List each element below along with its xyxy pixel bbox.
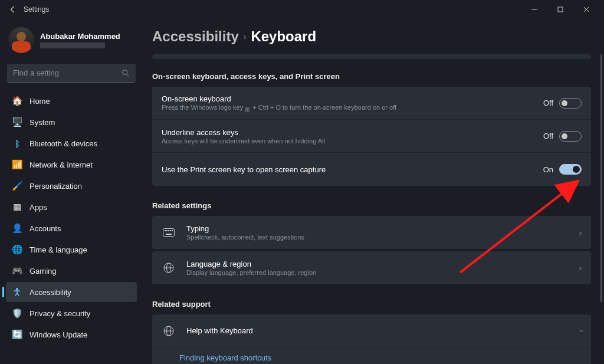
bluetooth-icon: ᛒ [12,138,22,149]
help-link[interactable]: Finding keyboard shortcuts [152,347,591,364]
search-box[interactable] [7,64,136,83]
nav-label: Network & internet [29,160,93,169]
nav-label: Windows Update [29,330,87,339]
print-screen-row: Use the Print screen key to open screen … [152,153,591,186]
sidebar-item-accounts[interactable]: 👤Accounts [6,218,137,238]
onscreen-keyboard-row: On-screen keyboard Press the Windows log… [152,87,591,120]
person-icon: 👤 [12,223,22,234]
svg-rect-10 [172,230,173,231]
scroll-cutoff-stub [152,54,591,59]
minimize-button[interactable] [521,1,547,18]
sidebar-item-privacy[interactable]: 🛡️Privacy & security [6,303,137,323]
svg-rect-6 [165,230,166,231]
svg-rect-9 [170,230,171,231]
brush-icon: 🖌️ [12,181,22,191]
search-input[interactable] [13,68,122,77]
close-button[interactable] [573,1,599,18]
nav-label: Bluetooth & devices [29,139,97,148]
section-header: Related settings [152,201,591,210]
help-keyboard-row[interactable]: Help with Keyboard › [152,314,591,347]
sidebar: Abubakar Mohammed 🏠Home 🖥️System ᛒBlueto… [0,19,142,364]
sidebar-item-bluetooth[interactable]: ᛒBluetooth & devices [6,133,137,153]
shield-icon: 🛡️ [12,308,22,319]
globe-icon: 🌐 [12,244,22,255]
sidebar-item-network[interactable]: 📶Network & internet [6,155,137,175]
user-block[interactable]: Abubakar Mohammed [6,24,137,61]
breadcrumb: Accessibility › Keyboard [152,28,591,45]
help-card: Help with Keyboard › Finding keyboard sh… [152,314,591,364]
sidebar-item-time[interactable]: 🌐Time & language [6,240,137,260]
maximize-button[interactable] [547,1,573,18]
svg-point-4 [16,288,18,290]
nav-label: Gaming [29,267,57,276]
svg-point-2 [123,70,127,74]
row-title: Help with Keyboard [186,326,576,335]
sidebar-item-system[interactable]: 🖥️System [6,112,137,132]
chevron-right-icon: › [579,228,582,237]
search-icon [122,69,130,77]
scrollbar[interactable] [600,54,602,302]
row-title: Typing [186,224,576,233]
toggle-state: Off [543,99,553,107]
nav-label: Accessibility [29,288,71,297]
nav-label: System [29,118,55,127]
onscreen-keyboard-toggle[interactable] [559,98,582,109]
nav-label: Accounts [29,224,61,233]
accessibility-icon [12,287,22,297]
back-button[interactable] [5,1,21,18]
sidebar-item-apps[interactable]: ▦Apps [6,197,137,217]
system-icon: 🖥️ [12,117,22,127]
nav-label: Time & language [29,245,87,254]
underline-keys-toggle[interactable] [559,131,582,142]
typing-card[interactable]: Typing Spellcheck, autocorrect, text sug… [152,216,591,249]
underline-keys-row: Underline access keys Access keys will b… [152,120,591,153]
sidebar-item-gaming[interactable]: 🎮Gaming [6,261,137,281]
nav-list: 🏠Home 🖥️System ᛒBluetooth & devices 📶Net… [6,91,137,345]
page-title: Keyboard [251,28,316,45]
row-desc: Press the Windows logo key + Ctrl + O to… [162,104,543,111]
home-icon: 🏠 [12,96,22,106]
svg-rect-5 [163,229,175,237]
user-name: Abubakar Mohammed [40,32,120,41]
section-header: Related support [152,300,591,309]
row-title: On-screen keyboard [162,94,543,103]
avatar [8,27,34,53]
nav-label: Home [29,97,50,106]
svg-rect-8 [168,230,169,231]
sidebar-item-accessibility[interactable]: Accessibility [6,282,137,302]
chevron-right-icon: › [244,32,247,41]
svg-rect-1 [558,7,563,12]
row-desc: Display language, preferred language, re… [186,269,576,276]
breadcrumb-parent[interactable]: Accessibility [152,28,239,45]
row-title: Underline access keys [162,128,543,137]
help-icon [162,324,176,338]
svg-rect-7 [166,230,168,231]
section-header: On-screen keyboard, access keys, and Pri… [152,72,591,81]
window-controls [521,1,599,18]
keyboard-options-card: On-screen keyboard Press the Windows log… [152,87,591,186]
language-card[interactable]: Language & region Display language, pref… [152,251,591,284]
wifi-icon: 📶 [12,159,22,170]
sidebar-item-update[interactable]: 🔄Windows Update [6,324,137,345]
content-area: Accessibility › Keyboard On-screen keybo… [142,19,604,364]
keyboard-icon [162,225,176,240]
svg-rect-11 [166,234,172,235]
print-screen-toggle[interactable] [559,164,582,175]
svg-line-3 [127,74,129,76]
nav-label: Personalization [29,182,82,191]
sidebar-item-personalization[interactable]: 🖌️Personalization [6,176,137,196]
row-title: Use the Print screen key to open screen … [162,165,543,174]
row-desc: Spellcheck, autocorrect, text suggestion… [186,234,576,241]
toggle-state: On [543,165,553,174]
windows-key-icon [245,106,251,112]
toggle-state: Off [543,132,553,140]
apps-icon: ▦ [12,202,22,212]
update-icon: 🔄 [12,329,22,340]
chevron-up-icon: › [576,329,585,332]
row-title: Language & region [186,260,576,268]
gaming-icon: 🎮 [12,265,22,276]
nav-label: Apps [29,203,47,212]
sidebar-item-home[interactable]: 🏠Home [6,91,137,111]
user-email-redacted [40,42,105,48]
language-icon [162,261,176,275]
